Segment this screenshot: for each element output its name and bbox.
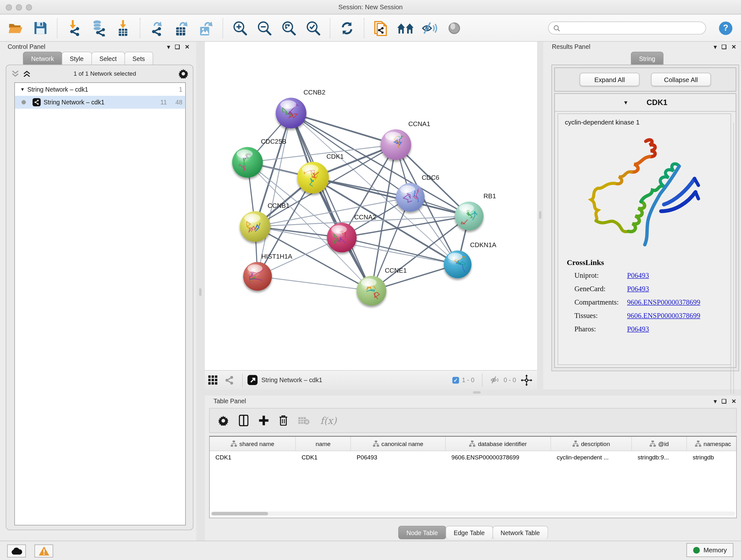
fit-selected-button[interactable]	[516, 370, 537, 389]
traffic-lights[interactable]	[6, 4, 32, 11]
column-header-canonical-name[interactable]: canonical name	[351, 437, 446, 451]
entry-caret-icon[interactable]: ▼	[623, 100, 628, 105]
save-session-button[interactable]	[31, 18, 50, 38]
window-title: Session: New Session	[0, 0, 741, 14]
home-button[interactable]	[396, 18, 414, 38]
network-node-CDC25B[interactable]: CDC25B	[232, 138, 286, 178]
export-network-button[interactable]	[148, 18, 166, 38]
crosslink-link[interactable]: P06493	[627, 272, 649, 280]
left-splitter-handle[interactable]	[199, 288, 202, 296]
results-panel: Results Panel ▾ ❑ ✕ String Expand All Co…	[543, 42, 741, 389]
open-in-browser-button[interactable]	[248, 375, 258, 385]
crosslink-link[interactable]: 9606.ENSP00000378699	[627, 312, 700, 320]
cloud-status-button[interactable]	[7, 545, 26, 558]
column-header-name[interactable]: name	[296, 437, 351, 451]
search-input[interactable]	[563, 24, 701, 31]
bottom-splitter-handle[interactable]	[473, 391, 481, 394]
control-panel: Control Panel ▾ ❑ ✕ NetworkStyleSelectSe…	[0, 42, 196, 541]
table-panel-menu-icon[interactable]: ▾	[714, 398, 717, 405]
expand-all-icon[interactable]	[23, 70, 31, 78]
network-node-CDKN1A[interactable]: CDKN1A	[444, 241, 496, 278]
network-node-CDK1[interactable]: CDK1	[297, 153, 344, 194]
zoom-fit-button[interactable]	[280, 18, 298, 38]
column-header-description[interactable]: description	[551, 437, 632, 451]
minimize-window-button[interactable]	[16, 4, 22, 11]
refresh-button[interactable]	[338, 18, 356, 38]
gear-icon[interactable]	[179, 69, 188, 78]
control-panel-float-icon[interactable]: ❑	[175, 44, 180, 51]
delete-column-trash-icon[interactable]	[279, 415, 288, 426]
table-settings-gear-icon[interactable]	[218, 415, 228, 426]
results-panel-float-icon[interactable]: ❑	[722, 44, 727, 51]
table-panel-float-icon[interactable]: ❑	[722, 398, 727, 405]
table-hscrollbar-thumb[interactable]	[212, 512, 268, 516]
results-panel-menu-icon[interactable]: ▾	[714, 44, 717, 51]
network-node-CCNB1[interactable]: CCNB1	[240, 202, 290, 242]
table-row[interactable]: CDK1CDK1P064939606.ENSP00000378699cyclin…	[210, 451, 736, 464]
expand-all-button[interactable]: Expand All	[580, 73, 640, 86]
tab-network-table[interactable]: Network Table	[492, 526, 548, 539]
results-panel-close-icon[interactable]: ✕	[731, 44, 736, 51]
network-node-CCNA1[interactable]: CCNA1	[381, 120, 430, 160]
table-panel-close-icon[interactable]: ✕	[731, 398, 736, 405]
export-image-button[interactable]	[197, 18, 215, 38]
column-header-@id[interactable]: @id	[632, 437, 687, 451]
import-table-button[interactable]	[114, 18, 132, 38]
open-session-button[interactable]	[7, 18, 25, 38]
import-network-database-button[interactable]	[90, 18, 108, 38]
results-scrollbar[interactable]	[731, 123, 734, 394]
search-box[interactable]	[548, 22, 706, 35]
birdseye-toggle-button[interactable]	[205, 370, 221, 389]
left-splitter[interactable]	[196, 42, 205, 541]
control-panel-menu-icon[interactable]: ▾	[167, 44, 170, 51]
warnings-button[interactable]	[35, 545, 53, 558]
maximize-window-button[interactable]	[26, 4, 32, 11]
close-window-button[interactable]	[6, 4, 12, 11]
network-svg[interactable]: CCNB2CCNA1CDC25BCDK1CDC6RB1CCNB1CCNA2CDK…	[205, 42, 537, 370]
tree-caret-icon[interactable]: ▼	[18, 87, 27, 92]
column-header-namespac[interactable]: namespac	[687, 437, 737, 451]
memory-button[interactable]: Memory	[686, 543, 733, 557]
network-node-RB1[interactable]: RB1	[455, 192, 496, 231]
table-hscrollbar[interactable]	[211, 511, 735, 516]
tab-edge-table[interactable]: Edge Table	[446, 526, 493, 539]
right-splitter-handle[interactable]	[539, 211, 542, 219]
show-columns-icon[interactable]	[239, 415, 249, 426]
zoom-selected-button[interactable]	[304, 18, 322, 38]
zoom-in-button[interactable]	[231, 18, 249, 38]
crosslink-link[interactable]: 9606.ENSP00000378699	[627, 299, 700, 307]
hide-selected-button[interactable]	[421, 18, 439, 38]
column-header-database-identifier[interactable]: database identifier	[446, 437, 551, 451]
export-table-button[interactable]	[172, 18, 191, 38]
tab-string[interactable]: String	[631, 52, 664, 65]
network-row[interactable]: String Network – cdk1 11 48	[15, 96, 185, 109]
control-panel-close-icon[interactable]: ✕	[185, 44, 190, 51]
network-node-CCNB2[interactable]: CCNB2	[276, 89, 326, 129]
add-column-icon[interactable]	[259, 416, 269, 425]
help-button[interactable]: ?	[719, 21, 732, 35]
network-canvas[interactable]: CCNB2CCNA1CDC25BCDK1CDC6RB1CCNB1CCNA2CDK…	[205, 42, 537, 370]
selected-checkbox-icon[interactable]: ✓	[452, 377, 459, 383]
tab-network[interactable]: Network	[23, 52, 62, 65]
network-collection-row[interactable]: ▼ String Network – cdk1 1	[15, 83, 185, 96]
import-network-file-button[interactable]	[65, 18, 83, 38]
bottom-splitter[interactable]	[205, 389, 741, 396]
gene-entry-header[interactable]: ▼ CDK1	[555, 94, 736, 112]
tab-select[interactable]: Select	[91, 52, 125, 65]
network-share-button[interactable]	[221, 370, 238, 389]
crosslink-link[interactable]: P06493	[627, 285, 649, 294]
network-node-CCNE1[interactable]: CCNE1	[357, 267, 407, 306]
collapse-all-button[interactable]: Collapse All	[651, 73, 711, 86]
string-protein-query-button[interactable]	[372, 18, 390, 38]
network-node-HIST1H1A[interactable]: HIST1H1A	[243, 253, 292, 291]
crosslink-link[interactable]: P06493	[627, 325, 649, 334]
collapse-all-icon[interactable]	[11, 70, 20, 78]
show-all-button[interactable]	[445, 18, 463, 38]
tab-style[interactable]: Style	[62, 52, 91, 65]
right-splitter[interactable]	[537, 42, 543, 389]
network-node-CDC6[interactable]: CDC6	[396, 174, 440, 212]
column-header-shared-name[interactable]: shared name	[210, 437, 296, 451]
tab-node-table[interactable]: Node Table	[398, 526, 446, 539]
zoom-out-button[interactable]	[255, 18, 273, 38]
tab-sets[interactable]: Sets	[125, 52, 153, 65]
